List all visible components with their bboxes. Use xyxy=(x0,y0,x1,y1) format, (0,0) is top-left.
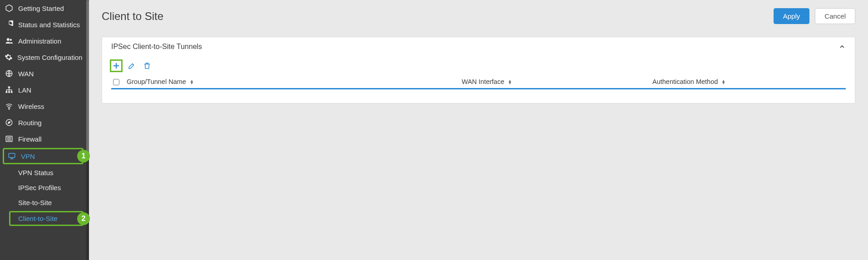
sort-icon: ▲▼ xyxy=(721,80,725,84)
sidebar-item-label: Status and Statistics xyxy=(18,21,80,29)
sidebar-item-status-statistics[interactable]: Status and Statistics xyxy=(0,16,86,33)
svg-point-1 xyxy=(7,38,10,41)
gear-icon xyxy=(5,53,13,62)
svg-point-2 xyxy=(10,39,12,41)
column-label: WAN Interface xyxy=(462,78,504,85)
apply-button[interactable]: Apply xyxy=(774,8,810,24)
column-authentication-method[interactable]: Authentication Method ▲▼ xyxy=(651,75,846,89)
sidebar-item-wireless[interactable]: Wireless xyxy=(0,98,86,114)
sidebar-item-getting-started[interactable]: Getting Started xyxy=(0,0,86,16)
sidebar-item-vpn[interactable]: VPN 1 xyxy=(3,148,84,164)
sidebar-item-system-configuration[interactable]: System Configuration xyxy=(0,49,86,65)
svg-marker-10 xyxy=(8,122,10,124)
svg-rect-6 xyxy=(8,91,10,93)
chevron-up-icon xyxy=(838,43,846,50)
sidebar-item-label: VPN xyxy=(21,152,35,160)
sort-icon: ▲▼ xyxy=(190,80,194,84)
svg-rect-7 xyxy=(11,91,13,93)
users-icon xyxy=(5,36,14,45)
sidebar-item-label: Administration xyxy=(18,37,61,45)
main-content: Client to Site Apply Cancel IPSec Client… xyxy=(89,0,868,260)
sidebar-item-label: Client-to-Site xyxy=(18,215,58,222)
sitemap-icon xyxy=(5,85,14,94)
table-toolbar xyxy=(111,61,846,75)
panel-title: IPSec Client-to-Site Tunnels xyxy=(111,43,202,51)
sidebar-subitem-client-to-site[interactable]: Client-to-Site 2 xyxy=(9,211,84,226)
sidebar-item-firewall[interactable]: Firewall xyxy=(0,131,86,147)
sidebar-subitem-vpn-status[interactable]: VPN Status xyxy=(0,165,86,180)
panel-header[interactable]: IPSec Client-to-Site Tunnels xyxy=(102,37,855,56)
sidebar-item-routing[interactable]: Routing xyxy=(0,114,86,131)
sidebar-item-lan[interactable]: LAN xyxy=(0,82,86,98)
sidebar-item-wan[interactable]: WAN xyxy=(0,65,86,82)
sidebar-item-label: IPSec Profiles xyxy=(18,184,61,191)
sort-icon: ▲▼ xyxy=(508,80,512,84)
add-button[interactable] xyxy=(111,61,121,71)
display-icon xyxy=(7,152,16,161)
edit-button[interactable] xyxy=(127,61,137,71)
svg-marker-0 xyxy=(6,5,12,12)
sidebar-item-label: Getting Started xyxy=(18,5,64,12)
globe-icon xyxy=(5,69,14,78)
sidebar-item-label: Routing xyxy=(18,119,42,127)
column-wan-interface[interactable]: WAN Interface ▲▼ xyxy=(460,75,651,89)
sidebar-subitem-site-to-site[interactable]: Site-to-Site xyxy=(0,195,86,210)
wifi-icon xyxy=(5,102,14,111)
annotation-badge-1: 1 xyxy=(77,150,90,162)
column-label: Group/Tunnel Name xyxy=(127,78,186,85)
compass-icon xyxy=(5,118,14,127)
sidebar-item-label: VPN Status xyxy=(18,169,54,177)
cancel-button[interactable]: Cancel xyxy=(815,8,855,24)
panel-body: Group/Tunnel Name ▲▼ WAN Interface ▲▼ Au… xyxy=(102,56,855,103)
page-actions: Apply Cancel xyxy=(774,8,855,24)
sidebar-item-label: Site-to-Site xyxy=(18,199,52,206)
page-title: Client to Site xyxy=(102,10,163,23)
svg-rect-15 xyxy=(9,153,15,157)
sidebar-item-administration[interactable]: Administration xyxy=(0,33,86,49)
sidebar-subitem-ipsec-profiles[interactable]: IPSec Profiles xyxy=(0,180,86,195)
sidebar-item-label: Firewall xyxy=(18,135,42,143)
sidebar-item-label: WAN xyxy=(18,70,34,78)
page-header: Client to Site Apply Cancel xyxy=(89,0,868,37)
hexagon-icon xyxy=(5,4,14,13)
sidebar-item-label: System Configuration xyxy=(17,54,82,61)
svg-rect-4 xyxy=(8,87,10,88)
ipsec-tunnels-panel: IPSec Client-to-Site Tunnels xyxy=(102,37,855,103)
list-icon xyxy=(5,134,14,143)
select-all-checkbox[interactable] xyxy=(113,79,119,85)
sidebar-item-label: Wireless xyxy=(18,103,44,110)
svg-point-8 xyxy=(9,108,10,109)
svg-rect-5 xyxy=(6,91,8,93)
pie-icon xyxy=(5,20,14,29)
table-header-row: Group/Tunnel Name ▲▼ WAN Interface ▲▼ Au… xyxy=(111,75,846,89)
annotation-badge-2: 2 xyxy=(77,212,90,225)
sidebar-item-label: LAN xyxy=(18,86,31,94)
delete-button[interactable] xyxy=(142,61,152,71)
column-group-tunnel-name[interactable]: Group/Tunnel Name ▲▼ xyxy=(125,75,460,89)
sidebar: Getting Started Status and Statistics Ad… xyxy=(0,0,86,260)
column-label: Authentication Method xyxy=(652,78,718,85)
tunnels-table: Group/Tunnel Name ▲▼ WAN Interface ▲▼ Au… xyxy=(111,75,846,89)
